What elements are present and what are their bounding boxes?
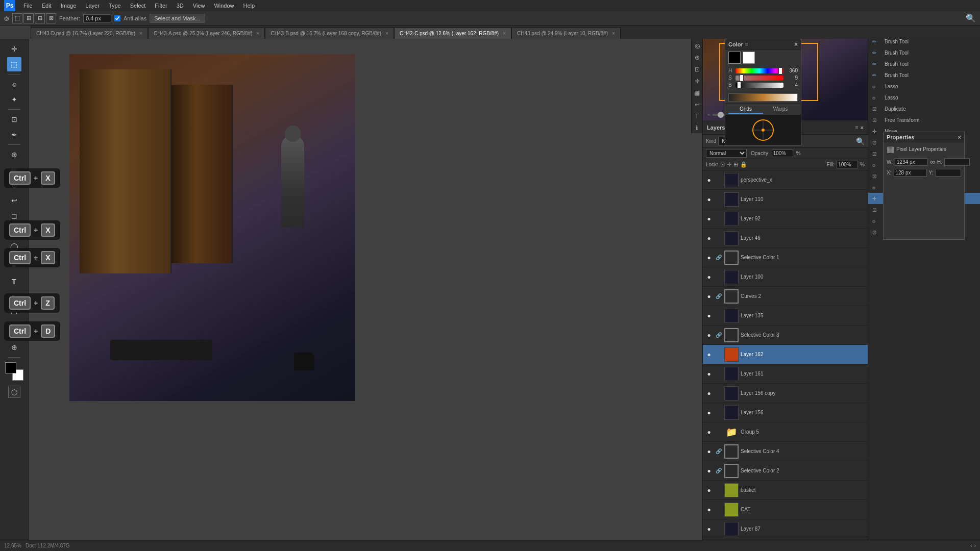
layer-visibility[interactable]: ●: [705, 195, 713, 204]
layer-item[interactable]: ● Layer 92: [703, 209, 868, 229]
layer-visibility[interactable]: ●: [705, 312, 713, 320]
layer-visibility[interactable]: ●: [705, 254, 713, 262]
prop-close[interactable]: ×: [958, 134, 961, 140]
layer-item[interactable]: ● Layer 87: [703, 519, 868, 537]
prop-w-input[interactable]: [895, 158, 928, 166]
layer-item[interactable]: ● 🔗 Selective Color 2: [703, 461, 868, 481]
layer-item[interactable]: ● perspective_x: [703, 170, 868, 190]
crop-tool-btn[interactable]: ⊡: [7, 112, 21, 127]
sub-selection-btn[interactable]: ⊟: [35, 13, 45, 23]
tab-close-1[interactable]: ×: [257, 31, 260, 36]
prop-h-input[interactable]: [944, 158, 970, 166]
lock-artboards-btn[interactable]: ⊞: [733, 161, 738, 168]
menu-3d[interactable]: 3D: [173, 2, 188, 10]
layer-visibility[interactable]: ●: [705, 273, 713, 281]
layer-item[interactable]: ● Layer 161: [703, 364, 868, 384]
foreground-swatch[interactable]: [728, 52, 741, 64]
layer-visibility[interactable]: ●: [705, 409, 713, 417]
layer-item[interactable]: ● Layer 162: [703, 345, 868, 364]
layer-visibility[interactable]: ●: [705, 486, 713, 494]
history-item[interactable]: ⌾ Lasso: [868, 92, 980, 103]
layer-item[interactable]: ● 🔗 Selective Color 1: [703, 248, 868, 267]
zoom-out-icon[interactable]: −: [707, 111, 710, 118]
fill-input[interactable]: [837, 161, 858, 168]
warps-btn[interactable]: Warps: [763, 105, 798, 114]
mode-btn-5[interactable]: ▦: [692, 88, 702, 98]
search-icon[interactable]: 🔍: [966, 13, 976, 23]
add-selection-btn[interactable]: ⊞: [23, 13, 34, 23]
lasso-tool-btn[interactable]: ⌾: [7, 77, 21, 91]
hue-bar[interactable]: [736, 68, 783, 73]
layers-menu-icon[interactable]: ≡: [855, 124, 858, 131]
intersect-selection-btn[interactable]: ⊠: [46, 13, 56, 23]
mode-btn-1[interactable]: ◎: [692, 41, 702, 51]
history-list[interactable]: ✏ Brush Tool ✏ Brush Tool ✏ Brush Tool ✏…: [868, 23, 980, 551]
doc-tab-2[interactable]: CH43-B.psd @ 16.7% (Layer 168 copy, RGB/…: [265, 28, 394, 39]
layers-close-icon[interactable]: ×: [861, 124, 864, 131]
layer-visibility[interactable]: ●: [705, 428, 713, 436]
move-tool-btn[interactable]: ✛: [7, 42, 21, 56]
layer-item[interactable]: ● 🔗 Curves 2: [703, 287, 868, 306]
quick-mask-btn[interactable]: ◯: [8, 386, 20, 398]
layer-list[interactable]: ● perspective_x ● Layer 110 ● Layer 92 ●…: [703, 170, 868, 537]
feather-input[interactable]: [83, 14, 111, 22]
history-item[interactable]: ⊡ Duplicate: [868, 103, 980, 114]
tab-close-3[interactable]: ×: [503, 31, 506, 36]
opacity-input[interactable]: [772, 149, 793, 157]
menu-help[interactable]: Help: [239, 2, 259, 10]
prop-link-icon[interactable]: ∞: [930, 158, 935, 166]
layer-visibility[interactable]: ●: [705, 389, 713, 397]
doc-tab-0[interactable]: CH43-D.psd @ 16.7% (Layer 220, RGB/8#) ×: [31, 28, 148, 39]
layer-visibility[interactable]: ●: [705, 331, 713, 339]
lock-all-btn[interactable]: 🔒: [740, 161, 747, 168]
doc-tab-1[interactable]: CH43-A.psd @ 25.3% (Layer 246, RGB/8#) ×: [148, 28, 265, 39]
status-next[interactable]: ›: [974, 543, 976, 548]
sat-thumb[interactable]: [740, 74, 744, 82]
layer-item[interactable]: ● CAT: [703, 500, 868, 519]
doc-tab-3[interactable]: CH42-C.psd @ 12.6% (Layer 162, RGB/8#) ×: [394, 28, 511, 39]
tab-close-2[interactable]: ×: [385, 31, 388, 36]
layer-item[interactable]: ● 🔗 Selective Color 3: [703, 325, 868, 345]
menu-window[interactable]: Window: [210, 2, 238, 10]
menu-type[interactable]: Type: [105, 2, 125, 10]
menu-view[interactable]: View: [189, 2, 209, 10]
color-panel-close[interactable]: ×: [794, 41, 798, 48]
tab-close-4[interactable]: ×: [612, 31, 615, 36]
layer-item[interactable]: ● Layer 110: [703, 190, 868, 209]
history-item[interactable]: ✏ Brush Tool: [868, 58, 980, 69]
layer-visibility[interactable]: ●: [705, 467, 713, 475]
grids-btn[interactable]: Grids: [728, 105, 763, 114]
status-prev[interactable]: ‹: [970, 543, 972, 548]
mode-btn-6[interactable]: ↩: [692, 99, 702, 110]
bri-thumb[interactable]: [737, 82, 741, 89]
layer-visibility[interactable]: ●: [705, 292, 713, 300]
history-item[interactable]: ⊡ Free Transform: [868, 114, 980, 126]
new-selection-btn[interactable]: ⬚: [12, 13, 22, 23]
layer-visibility[interactable]: ●: [705, 176, 713, 184]
menu-layer[interactable]: Layer: [81, 2, 104, 10]
tab-close-0[interactable]: ×: [139, 31, 142, 36]
layer-item[interactable]: ● 🔗 Selective Color 4: [703, 442, 868, 461]
color-gradient[interactable]: [728, 93, 798, 102]
history-item[interactable]: ⌾ Lasso: [868, 81, 980, 92]
layer-item[interactable]: ● Layer 100: [703, 267, 868, 287]
layer-visibility[interactable]: ●: [705, 447, 713, 456]
layer-item[interactable]: ● Layer 156 copy: [703, 384, 868, 403]
blend-mode-select[interactable]: Normal Multiply Screen: [706, 149, 747, 158]
mode-btn-7[interactable]: T: [692, 111, 702, 121]
prop-y-input[interactable]: [936, 169, 961, 177]
menu-filter[interactable]: Filter: [151, 2, 171, 10]
fg-color-swatch[interactable]: [5, 362, 16, 373]
color-swatches[interactable]: [5, 362, 23, 381]
layer-item[interactable]: ● Layer 135: [703, 306, 868, 325]
eyedropper-btn[interactable]: ✒: [7, 128, 21, 142]
marquee-tool-btn[interactable]: ⬚: [7, 57, 21, 71]
zoom-tool-btn[interactable]: ⊕: [7, 340, 21, 355]
layer-visibility[interactable]: ●: [705, 234, 713, 242]
layer-item[interactable]: ● Layer 156: [703, 403, 868, 422]
layer-item[interactable]: ● 📁 Group 5: [703, 422, 868, 442]
bri-bar[interactable]: [736, 83, 783, 88]
layer-item[interactable]: ● basket: [703, 481, 868, 500]
color-panel-expand[interactable]: ≡: [745, 41, 748, 47]
menu-image[interactable]: Image: [57, 2, 81, 10]
